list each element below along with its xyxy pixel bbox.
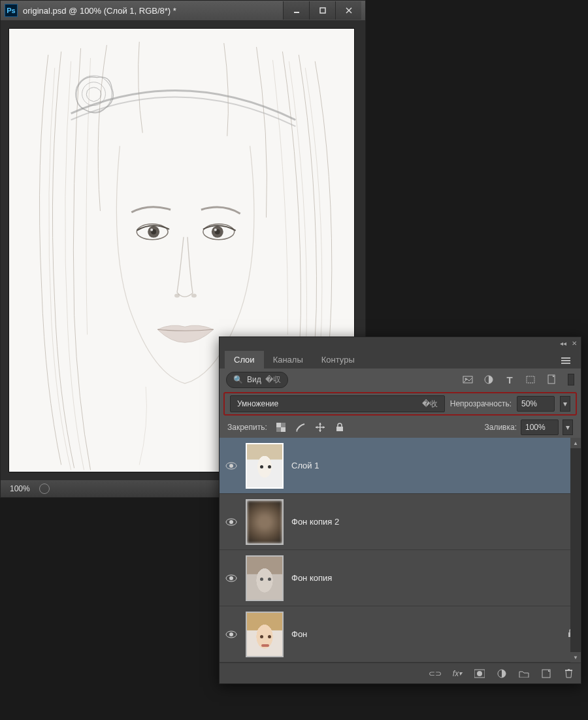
svg-point-39 — [477, 671, 482, 676]
filter-toggle[interactable] — [568, 374, 574, 385]
svg-rect-1 — [320, 8, 325, 13]
group-icon[interactable] — [518, 668, 530, 679]
panel-topbar[interactable]: ◂◂ ✕ — [220, 337, 581, 349]
lock-position-icon[interactable] — [314, 421, 326, 433]
svg-rect-28 — [336, 427, 343, 431]
delete-layer-icon[interactable] — [563, 668, 574, 679]
fill-label: Заливка: — [484, 423, 517, 432]
layers-panel: ◂◂ ✕ Слои Каналы Контуры 🔍 Вид �収 T Умно… — [219, 336, 581, 684]
lock-label: Закрепить: — [227, 423, 267, 432]
filter-label: Вид — [247, 375, 261, 384]
filter-adjust-icon[interactable] — [483, 374, 495, 385]
layer-thumbnail[interactable] — [246, 555, 284, 601]
layer-row[interactable]: Слой 1 — [220, 438, 581, 494]
scrollbar[interactable]: ▲ ▼ — [570, 438, 581, 663]
svg-point-30 — [229, 464, 233, 468]
filter-type-icon[interactable]: T — [504, 374, 515, 385]
opacity-field[interactable]: 50% — [517, 396, 555, 412]
layer-thumbnail[interactable] — [246, 499, 284, 545]
svg-rect-43 — [568, 669, 570, 670]
fill-arrow[interactable]: ▾ — [563, 419, 573, 435]
scroll-down-icon[interactable]: ▼ — [570, 652, 581, 663]
fill-value: 100% — [525, 423, 546, 432]
panel-footer: ⊂⊃ fx▾ — [220, 663, 581, 683]
layer-thumbnail[interactable] — [246, 443, 284, 489]
opacity-arrow[interactable]: ▾ — [560, 396, 570, 412]
svg-rect-23 — [527, 376, 534, 383]
lock-pixels-icon[interactable] — [295, 421, 306, 433]
panel-tabs: Слои Каналы Контуры — [220, 349, 581, 368]
filter-smart-icon[interactable] — [546, 374, 557, 385]
svg-point-32 — [229, 520, 233, 524]
tab-paths[interactable]: Контуры — [312, 351, 364, 368]
status-indicator-icon — [39, 483, 50, 494]
tab-layers[interactable]: Слои — [225, 351, 264, 368]
blend-opacity-row: Умножение �收 Непрозрачность: 50% ▾ — [223, 392, 577, 416]
svg-rect-27 — [281, 427, 286, 432]
dropdown-arrows-icon: �收 — [422, 399, 438, 410]
tab-channels[interactable]: Каналы — [264, 351, 312, 368]
photoshop-icon: Ps — [5, 4, 18, 17]
close-button[interactable] — [335, 1, 361, 20]
visibility-toggle[interactable] — [225, 459, 238, 472]
layer-mask-icon[interactable] — [474, 668, 485, 679]
opacity-label: Непрозрачность: — [450, 399, 512, 408]
svg-point-34 — [229, 576, 233, 580]
visibility-toggle[interactable] — [225, 515, 238, 529]
updown-icon: �収 — [265, 374, 281, 385]
lock-row: Закрепить: Заливка: 100% ▾ — [220, 417, 581, 438]
svg-point-14 — [214, 229, 217, 231]
layer-name[interactable]: Слой 1 — [291, 461, 319, 470]
link-layers-icon[interactable]: ⊂⊃ — [429, 668, 441, 679]
visibility-toggle[interactable] — [225, 572, 238, 585]
layer-name[interactable]: Фон копия — [291, 573, 332, 583]
svg-point-15 — [174, 293, 180, 297]
filter-shape-icon[interactable] — [525, 374, 536, 385]
blend-mode-dropdown[interactable]: Умножение �收 — [230, 395, 445, 412]
zoom-level[interactable]: 100% — [10, 484, 30, 493]
svg-point-16 — [191, 293, 197, 297]
layer-fx-icon[interactable]: fx▾ — [451, 668, 463, 679]
svg-point-36 — [229, 632, 233, 636]
collapse-icon[interactable]: ◂◂ — [560, 340, 566, 347]
minimize-button[interactable] — [283, 1, 309, 20]
lock-all-icon[interactable] — [334, 421, 346, 433]
svg-rect-26 — [276, 423, 281, 427]
visibility-toggle[interactable] — [225, 628, 238, 641]
lock-transparency-icon[interactable] — [275, 421, 287, 433]
layers-list: Слой 1 Фон копия 2 Фон копия Фон — [220, 438, 581, 663]
svg-point-10 — [150, 229, 153, 231]
layer-thumbnail[interactable] — [246, 612, 284, 657]
titlebar[interactable]: Ps original.psd @ 100% (Слой 1, RGB/8*) … — [1, 1, 365, 20]
layer-name[interactable]: Фон — [291, 629, 307, 639]
new-layer-icon[interactable] — [540, 668, 552, 679]
blend-mode-value: Умножение — [237, 399, 278, 408]
document-title: original.psd @ 100% (Слой 1, RGB/8*) * — [23, 6, 283, 16]
layer-row[interactable]: Фон копия — [220, 550, 581, 606]
panel-menu-button[interactable] — [556, 353, 576, 368]
scroll-up-icon[interactable]: ▲ — [570, 438, 581, 448]
filter-pixel-icon[interactable] — [462, 374, 474, 385]
opacity-value: 50% — [521, 399, 537, 408]
layer-filter-dropdown[interactable]: 🔍 Вид �収 — [226, 372, 288, 388]
layer-row[interactable]: Фон копия 2 — [220, 494, 581, 550]
maximize-button[interactable] — [309, 1, 335, 20]
panel-close-icon[interactable]: ✕ — [572, 340, 577, 347]
fill-field[interactable]: 100% — [521, 419, 559, 435]
layer-row[interactable]: Фон — [220, 606, 581, 663]
adjustment-layer-icon[interactable] — [496, 668, 508, 679]
search-icon: 🔍 — [233, 375, 243, 384]
filter-row: 🔍 Вид �収 T — [220, 368, 581, 391]
layer-name[interactable]: Фон копия 2 — [291, 517, 339, 527]
